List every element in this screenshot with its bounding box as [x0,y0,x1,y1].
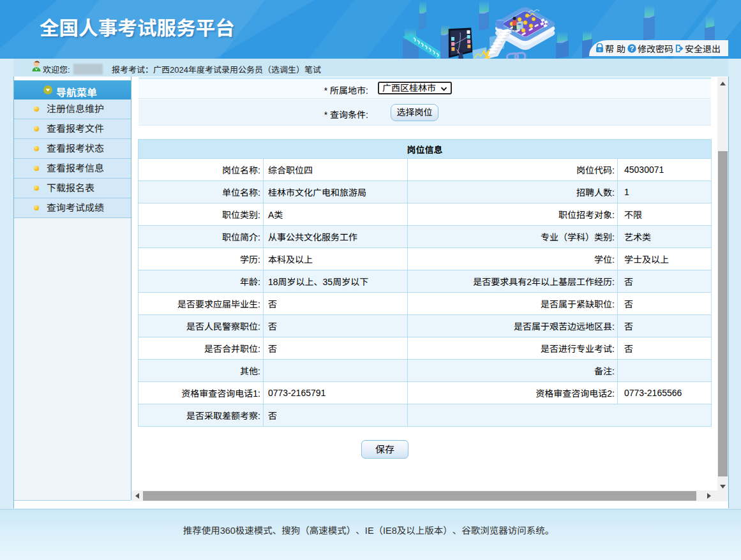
svg-text:?: ? [630,45,634,52]
